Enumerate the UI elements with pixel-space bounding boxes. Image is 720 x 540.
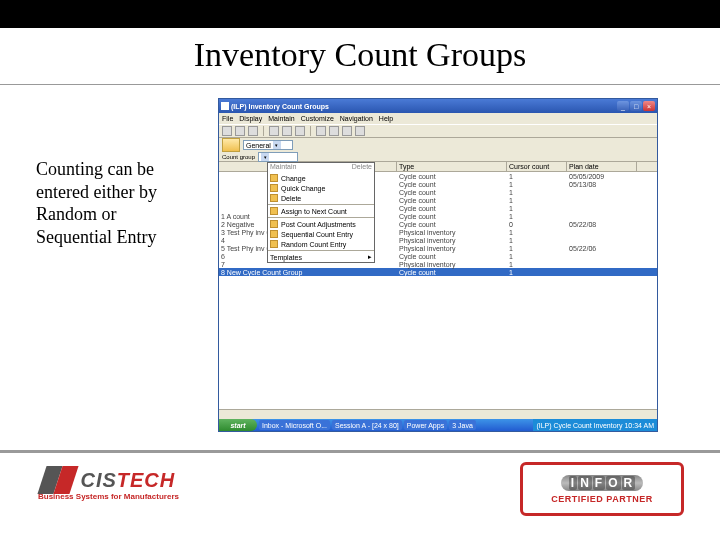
menu-quick-change[interactable]: Quick Change xyxy=(268,183,374,193)
menu-separator xyxy=(268,217,374,218)
menu-display[interactable]: Display xyxy=(239,115,262,122)
separator xyxy=(310,126,311,136)
menu-separator xyxy=(268,204,374,205)
seq-icon xyxy=(270,230,278,238)
slide-title: Inventory Count Groups xyxy=(0,36,720,74)
slide-bottom-bar xyxy=(0,450,720,453)
tray-time: 10:34 AM xyxy=(624,422,654,429)
menu-label: Random Count Entry xyxy=(281,241,346,248)
general-dropdown[interactable]: General ▾ xyxy=(243,140,293,150)
menu-help[interactable]: Help xyxy=(379,115,393,122)
toolbar xyxy=(219,124,657,138)
menu-assign-next[interactable]: Assign to Next Count xyxy=(268,206,374,216)
filter-bar: Count group ▾ xyxy=(219,152,657,162)
logo-text-a: CIS xyxy=(80,469,116,491)
menu-seq-entry[interactable]: Sequential Count Entry xyxy=(268,229,374,239)
task-button[interactable]: 3 Java xyxy=(449,420,476,430)
col-cursor[interactable]: Cursor count xyxy=(507,162,567,171)
task-button[interactable]: Session A - [24 x 80] xyxy=(332,420,402,430)
count-group-label: Count group xyxy=(222,154,255,160)
app-window: (ILP) Inventory Count Groups _ □ × File … xyxy=(218,98,658,432)
toolbar-icon[interactable] xyxy=(355,126,365,136)
tray-app: (ILP) Cycle Count Inventory xyxy=(536,422,622,429)
menu-label: Assign to Next Count xyxy=(281,208,347,215)
slide-top-bar xyxy=(0,0,720,28)
menu-maintain[interactable]: Maintain xyxy=(268,115,294,122)
delete-icon xyxy=(270,194,278,202)
dropdown-header-left: Maintain xyxy=(270,163,296,173)
toolbar-icon[interactable] xyxy=(235,126,245,136)
task-button[interactable]: Inbox - Microsoft O... xyxy=(259,420,330,430)
slide-body-text: Counting can be entered either by Random… xyxy=(36,158,176,248)
dropdown-header: Maintain Delete xyxy=(268,163,374,173)
separator xyxy=(263,126,264,136)
list-area: Type Cursor count Plan date Cycle count1… xyxy=(219,162,657,422)
menu-delete[interactable]: Delete xyxy=(268,193,374,203)
sub-toolbar: General ▾ xyxy=(219,138,657,152)
menu-label: Delete xyxy=(281,195,301,202)
table-row[interactable]: 8 New Cycle Count GroupCycle count1 xyxy=(219,268,657,276)
menu-separator xyxy=(268,250,374,251)
count-group-dropdown[interactable]: ▾ xyxy=(258,152,298,162)
chevron-down-icon: ▾ xyxy=(261,153,269,161)
col-plan[interactable]: Plan date xyxy=(567,162,637,171)
maintain-dropdown: Maintain Delete Change Quick Change Dele… xyxy=(267,162,375,263)
menubar: File Display Maintain Customize Navigati… xyxy=(219,113,657,124)
system-tray[interactable]: (ILP) Cycle Count Inventory 10:34 AM xyxy=(533,419,657,431)
app-icon xyxy=(221,102,229,110)
card-icon[interactable] xyxy=(222,138,240,152)
infor-sub: CERTIFIED PARTNER xyxy=(551,494,652,504)
toolbar-icon[interactable] xyxy=(248,126,258,136)
toolbar-icon[interactable] xyxy=(282,126,292,136)
divider xyxy=(0,84,720,85)
menu-label: Change xyxy=(281,175,306,182)
menu-label: Quick Change xyxy=(281,185,325,192)
random-icon xyxy=(270,240,278,248)
general-label: General xyxy=(246,142,271,149)
statusbar xyxy=(219,409,657,419)
cistech-logo: CISTECH Business Systems for Manufacture… xyxy=(36,466,206,516)
task-button[interactable]: Power Apps xyxy=(404,420,447,430)
minimize-button[interactable]: _ xyxy=(617,101,629,111)
menu-file[interactable]: File xyxy=(222,115,233,122)
menu-customize[interactable]: Customize xyxy=(301,115,334,122)
assign-icon xyxy=(270,207,278,215)
infor-logo: INFOR CERTIFIED PARTNER xyxy=(520,462,684,516)
toolbar-icon[interactable] xyxy=(342,126,352,136)
dropdown-header-right: Delete xyxy=(352,163,372,173)
col-type[interactable]: Type xyxy=(397,162,507,171)
post-icon xyxy=(270,220,278,228)
toolbar-icon[interactable] xyxy=(329,126,339,136)
menu-change[interactable]: Change xyxy=(268,173,374,183)
menu-random-entry[interactable]: Random Count Entry xyxy=(268,239,374,249)
menu-templates[interactable]: Templates▸ xyxy=(268,252,374,262)
toolbar-icon[interactable] xyxy=(269,126,279,136)
menu-post-adjust[interactable]: Post Count Adjustments xyxy=(268,219,374,229)
chevron-down-icon: ▾ xyxy=(273,141,281,149)
change-icon xyxy=(270,174,278,182)
logo-text-b: TECH xyxy=(117,469,175,491)
toolbar-icon[interactable] xyxy=(222,126,232,136)
menu-navigation[interactable]: Navigation xyxy=(340,115,373,122)
quick-change-icon xyxy=(270,184,278,192)
taskbar: start Inbox - Microsoft O... Session A -… xyxy=(219,419,657,431)
maximize-button[interactable]: □ xyxy=(630,101,642,111)
chevron-right-icon: ▸ xyxy=(368,253,372,261)
toolbar-icon[interactable] xyxy=(295,126,305,136)
infor-pill: INFOR xyxy=(561,475,643,491)
menu-label: Sequential Count Entry xyxy=(281,231,353,238)
close-button[interactable]: × xyxy=(643,101,655,111)
menu-label: Templates xyxy=(270,254,302,261)
start-button[interactable]: start xyxy=(219,419,257,431)
toolbar-icon[interactable] xyxy=(316,126,326,136)
menu-label: Post Count Adjustments xyxy=(281,221,356,228)
titlebar[interactable]: (ILP) Inventory Count Groups _ □ × xyxy=(219,99,657,113)
window-title: (ILP) Inventory Count Groups xyxy=(231,103,616,110)
